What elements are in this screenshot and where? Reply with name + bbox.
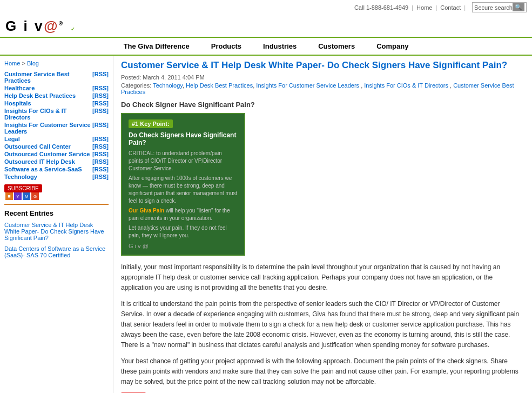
- mymsn-icon: M: [23, 192, 30, 200]
- top-bar: Call 1-888-681-4949 | Home | Contact | S…: [0, 0, 532, 15]
- main-nav: The Giva Difference Products Industries …: [0, 37, 532, 56]
- google-icon: G: [31, 192, 39, 200]
- cat-link-technology[interactable]: Technology: [4, 174, 37, 180]
- nav-customers[interactable]: Customers: [318, 42, 355, 50]
- recent-entry-link-2[interactable]: Data Centers of Software as a Service (S…: [4, 245, 105, 258]
- cat-technology[interactable]: Technology: [153, 82, 183, 89]
- nav-giva-difference[interactable]: The Giva Difference: [124, 42, 190, 50]
- article-1: Customer Service & IT Help Desk White Pa…: [121, 60, 524, 393]
- kp-title: Do Check Signers Have Significant Pain?: [129, 131, 238, 146]
- cat-link-oithd[interactable]: Outsourced IT Help Desk: [4, 158, 75, 165]
- kp-line3: Our Giva Pain will help you "listen" for…: [129, 207, 238, 222]
- cat-item-ocs: Outsourced Customer Service [RSS]: [4, 151, 109, 157]
- article-1-posted: Posted: March 4, 2011 4:04 PM: [121, 74, 524, 81]
- cat-link-hospitals[interactable]: Hospitals: [4, 100, 31, 106]
- cat-item-healthcare: Healthcare [RSS]: [4, 85, 109, 91]
- cat-item-technology: Technology [RSS]: [4, 174, 109, 180]
- cat-link-saas[interactable]: Software as a Service-SaaS: [4, 166, 82, 172]
- search-box: Secure search 🔍: [472, 2, 527, 12]
- cat-link-cios[interactable]: Insights For CIOs & IT Directors: [4, 108, 92, 121]
- cat-item-csl: Insights For Customer Service Leaders [R…: [4, 122, 109, 135]
- phone-number: Call 1-888-681-4949: [354, 4, 408, 11]
- breadcrumb-home[interactable]: Home: [4, 60, 20, 66]
- kp-header: #1 Key Point:: [129, 119, 173, 128]
- contact-link[interactable]: Contact: [440, 4, 461, 11]
- subscribe-area: SUBSCRIBE ■ Y M G: [4, 184, 109, 200]
- rss-ocs[interactable]: [RSS]: [92, 151, 109, 157]
- cat-link-hdbp[interactable]: Help Desk Best Practices: [4, 92, 76, 99]
- article-1-para-1: Initially, your most important responsib…: [121, 262, 524, 294]
- nav-products[interactable]: Products: [211, 42, 241, 50]
- article-1-para-3: Your best chance of getting your project…: [121, 356, 524, 388]
- article-1-para-2: It is critical to understand the pain po…: [121, 299, 524, 351]
- secure-search-label: Secure search: [474, 4, 513, 11]
- key-point-box: #1 Key Point: Do Check Signers Have Sign…: [121, 113, 245, 256]
- logo-row: G i v@® ✓: [0, 15, 532, 37]
- kp-line2: After engaging with 1000s of customers w…: [129, 175, 238, 205]
- recent-entries-title: Recent Entries: [4, 209, 109, 217]
- cat-item-cios: Insights For CIOs & IT Directors [RSS]: [4, 108, 109, 121]
- article-1-body: Initially, your most important responsib…: [121, 262, 524, 387]
- article-1-title[interactable]: Customer Service & IT Help Desk White Pa…: [121, 60, 524, 71]
- rss-oithd[interactable]: [RSS]: [92, 158, 109, 165]
- sep2: |: [435, 4, 437, 11]
- rss-technology[interactable]: [RSS]: [92, 174, 109, 180]
- breadcrumb-blog[interactable]: Blog: [27, 60, 39, 66]
- cat-item-occ: Outsourced Call Center [RSS]: [4, 143, 109, 150]
- rss-hospitals[interactable]: [RSS]: [92, 100, 109, 106]
- sidebar-divider: [4, 204, 109, 205]
- recent-entry-1: Customer Service & IT Help Desk White Pa…: [4, 222, 109, 241]
- recent-entry-2: Data Centers of Software as a Service (S…: [4, 245, 109, 258]
- cat-link-healthcare[interactable]: Healthcare: [4, 85, 35, 91]
- rss-cios[interactable]: [RSS]: [92, 108, 109, 114]
- sidebar: Home > Blog Customer Service Best Practi…: [0, 56, 113, 393]
- kp-logo: G i v @: [129, 243, 238, 249]
- rss-icon: ■: [5, 192, 13, 200]
- breadcrumb: Home > Blog: [4, 60, 109, 66]
- cat-item-saas: Software as a Service-SaaS [RSS]: [4, 166, 109, 172]
- cat-hdbp2[interactable]: Help Desk Best Practices: [186, 82, 253, 89]
- rss-legal[interactable]: [RSS]: [92, 136, 109, 142]
- kp-line4: Let analytics your pain. If they do not …: [129, 224, 238, 239]
- cat-item-hospitals: Hospitals [RSS]: [4, 100, 109, 106]
- logo: G i v@® ✓: [5, 18, 76, 35]
- subscribe-icons: ■ Y M G: [5, 192, 109, 200]
- subscribe-button[interactable]: SUBSCRIBE: [4, 184, 42, 192]
- kp-line1: CRITICAL: to understand problem/pain poi…: [129, 150, 238, 172]
- recent-entry-link-1[interactable]: Customer Service & IT Help Desk White Pa…: [4, 222, 104, 241]
- cat-item-legal: Legal [RSS]: [4, 136, 109, 142]
- cat-item-oithd: Outsourced IT Help Desk [RSS]: [4, 158, 109, 165]
- rss-healthcare[interactable]: [RSS]: [92, 85, 109, 91]
- home-link[interactable]: Home: [416, 4, 432, 11]
- yahoo-icon: Y: [14, 192, 22, 200]
- rss-saas[interactable]: [RSS]: [92, 166, 109, 172]
- main-content: Customer Service & IT Help Desk White Pa…: [113, 56, 532, 393]
- rss-hdbp[interactable]: [RSS]: [92, 92, 109, 99]
- cat-link-occ[interactable]: Outsourced Call Center: [4, 143, 71, 150]
- cat-link-csbp[interactable]: Customer Service Best Practices: [4, 71, 92, 84]
- rss-csbp[interactable]: [RSS]: [92, 71, 109, 77]
- cat-link-ocs[interactable]: Outsourced Customer Service: [4, 151, 90, 157]
- rss-csl[interactable]: [RSS]: [92, 122, 109, 128]
- article-1-section-title: Do Check Signer Have Significant Pain?: [121, 101, 524, 109]
- cat-link-csl[interactable]: Insights For Customer Service Leaders: [4, 122, 92, 135]
- nav-industries[interactable]: Industries: [263, 42, 297, 50]
- content-wrap: Home > Blog Customer Service Best Practi…: [0, 56, 532, 393]
- cat-link-legal[interactable]: Legal: [4, 136, 20, 142]
- categories-label-1: Categories:: [121, 82, 151, 89]
- sep3: |: [464, 4, 466, 11]
- cat-cios2[interactable]: Insights For CIOs & IT Directors: [364, 82, 450, 89]
- kp-highlight: Our Giva Pain: [129, 208, 164, 214]
- article-1-categories: Categories: Technology, Help Desk Best P…: [121, 82, 524, 95]
- nav-company[interactable]: Company: [376, 42, 408, 50]
- cat-item-csbp: Customer Service Best Practices [RSS]: [4, 71, 109, 84]
- cat-csl2[interactable]: Insights For Customer Service Leaders: [256, 82, 361, 89]
- sep1: |: [412, 4, 413, 11]
- article-1-date: Posted: March 4, 2011 4:04 PM: [121, 74, 205, 81]
- rss-occ[interactable]: [RSS]: [92, 143, 109, 150]
- cat-item-hdbp: Help Desk Best Practices [RSS]: [4, 92, 109, 99]
- search-button[interactable]: 🔍: [513, 3, 524, 11]
